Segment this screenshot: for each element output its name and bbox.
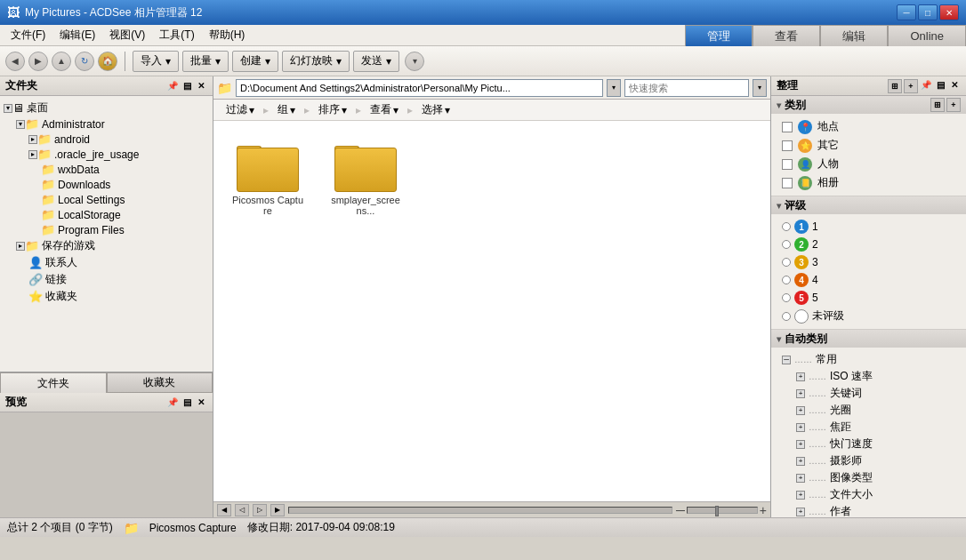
batch-button[interactable]: 批量 ▾ — [182, 51, 229, 72]
focal-expand[interactable]: + — [796, 423, 805, 432]
category-checkbox-location[interactable] — [782, 122, 793, 132]
section-rating-header[interactable]: ▾ 评级 — [771, 196, 966, 214]
preview-float-button[interactable]: ▤ — [181, 396, 193, 409]
panel-close-button[interactable]: ✕ — [195, 80, 207, 92]
rating-item-2[interactable]: 2 2 — [778, 236, 959, 253]
select-button[interactable]: 选择 ▾ — [416, 101, 455, 118]
tree-item-localstorage[interactable]: 📁 LocalStorage — [0, 207, 213, 222]
filesize-expand[interactable]: + — [796, 491, 805, 500]
expand-downloads[interactable] — [28, 179, 41, 191]
zoom-slider-thumb[interactable] — [715, 506, 719, 516]
menu-tools[interactable]: 工具(T) — [152, 26, 201, 44]
tree-item-saved-games[interactable]: ▸ 📁 保存的游戏 — [0, 237, 213, 254]
menu-file[interactable]: 文件(F) — [4, 26, 52, 44]
menu-view[interactable]: 视图(V) — [102, 26, 152, 44]
category-item-people[interactable]: 👤 人物 — [778, 155, 959, 173]
expand-administrator[interactable]: ▾ — [16, 120, 25, 129]
rating-item-1[interactable]: 1 1 — [778, 218, 959, 236]
rp-add-button[interactable]: + — [904, 79, 918, 93]
expand-links[interactable] — [16, 274, 28, 286]
tree-item-links[interactable]: 🔗 链接 — [0, 271, 213, 288]
expand-favorites[interactable] — [16, 291, 28, 303]
group-button[interactable]: 组 ▾ — [272, 101, 301, 118]
section-auto-category-header[interactable]: ▾ 自动类别 — [771, 330, 966, 348]
folder-item-1[interactable]: smplayer_screens... — [326, 135, 406, 220]
common-expand[interactable]: ─ — [782, 356, 791, 364]
nav-extra-button[interactable]: ▾ — [405, 52, 424, 71]
create-button[interactable]: 创建 ▾ — [232, 51, 278, 72]
sort-button[interactable]: 排序 ▾ — [313, 101, 352, 118]
scroll-track[interactable] — [288, 507, 672, 514]
mode-tab-view[interactable]: 查看 — [753, 25, 820, 46]
expand-android[interactable]: ▸ — [28, 135, 37, 144]
photographer-expand[interactable]: + — [796, 457, 805, 466]
search-button[interactable]: ▾ — [753, 79, 767, 97]
rating-radio-1[interactable] — [782, 222, 791, 231]
tree-item-program-files[interactable]: 📁 Program Files — [0, 222, 213, 237]
rp-float-button[interactable]: ▤ — [934, 79, 946, 92]
rating-item-5[interactable]: 5 5 — [778, 289, 959, 307]
tree-item-android[interactable]: ▸ 📁 android — [0, 132, 213, 147]
tab-favorites[interactable]: 收藏夹 — [107, 372, 213, 393]
rating-radio-5[interactable] — [782, 293, 791, 302]
rating-item-unrated[interactable]: 未评级 — [778, 307, 959, 325]
preview-pin-button[interactable]: 📌 — [166, 396, 179, 409]
expand-wxbdata[interactable] — [28, 164, 41, 176]
rating-item-3[interactable]: 3 3 — [778, 253, 959, 271]
iso-expand[interactable]: + — [796, 372, 805, 381]
tree-item-favorites[interactable]: ⭐ 收藏夹 — [0, 288, 213, 305]
category-grid-button[interactable]: ⊞ — [930, 98, 945, 112]
nav-home-button[interactable]: 🏠 — [98, 52, 117, 71]
zoom-out-button[interactable]: ─ — [676, 503, 685, 517]
expand-oracle[interactable]: ▸ — [28, 150, 37, 159]
expand-desktop[interactable]: ▾ — [4, 104, 12, 113]
address-input[interactable] — [236, 79, 603, 97]
tree-item-administrator[interactable]: ▾ 📁 Administrator — [0, 116, 213, 132]
mode-tab-manage[interactable]: 管理 — [685, 25, 753, 46]
filter-button[interactable]: 过滤 ▾ — [221, 101, 260, 118]
scroll-left-btn[interactable]: ◀ — [217, 504, 231, 516]
tree-item-desktop[interactable]: ▾ 🖥 桌面 — [0, 100, 213, 116]
view-button[interactable]: 查看 ▾ — [365, 101, 404, 118]
panel-pin-button[interactable]: 📌 — [166, 80, 179, 92]
minimize-button[interactable]: ─ — [897, 4, 916, 20]
menu-edit[interactable]: 编辑(E) — [52, 26, 102, 44]
nav-back-button[interactable]: ◀ — [5, 52, 25, 71]
nav-forward-button[interactable]: ▶ — [28, 52, 48, 71]
scroll-right2-btn[interactable]: ▷ — [253, 504, 267, 516]
expand-program-files[interactable] — [28, 224, 41, 236]
folder-item-0[interactable]: Picosmos Capture — [228, 135, 308, 220]
category-item-album[interactable]: 📒 相册 — [778, 173, 959, 192]
close-button[interactable]: ✕ — [939, 4, 959, 20]
zoom-in-button[interactable]: + — [760, 503, 767, 517]
expand-localstorage[interactable] — [28, 209, 41, 221]
search-input[interactable] — [624, 79, 749, 97]
keyword-expand[interactable]: + — [796, 389, 805, 398]
rating-radio-2[interactable] — [782, 240, 791, 249]
maximize-button[interactable]: □ — [918, 4, 938, 20]
tree-item-oracle[interactable]: ▸ 📁 .oracle_jre_usage — [0, 147, 213, 162]
zoom-slider-track[interactable] — [687, 507, 758, 514]
rating-radio-unrated[interactable] — [782, 312, 791, 321]
mode-tab-online[interactable]: Online — [888, 25, 966, 46]
menu-help[interactable]: 帮助(H) — [202, 26, 253, 44]
address-dropdown-button[interactable]: ▾ — [607, 79, 621, 97]
author-expand[interactable]: + — [796, 508, 805, 516]
mode-tab-edit[interactable]: 编辑 — [820, 25, 888, 46]
rp-close-button[interactable]: ✕ — [948, 79, 961, 92]
send-button[interactable]: 发送 ▾ — [353, 51, 399, 72]
import-button[interactable]: 导入 ▾ — [133, 51, 179, 72]
nav-up-button[interactable]: ▲ — [52, 52, 71, 71]
tab-files[interactable]: 文件夹 — [0, 372, 107, 393]
category-add-button[interactable]: + — [946, 98, 961, 112]
slideshow-button[interactable]: 幻灯放映 ▾ — [282, 51, 350, 72]
category-checkbox-people[interactable] — [782, 159, 793, 170]
nav-refresh-button[interactable]: ↻ — [75, 52, 94, 71]
shutter-expand[interactable]: + — [796, 440, 805, 449]
rp-grid-button[interactable]: ⊞ — [888, 79, 902, 93]
tree-item-downloads[interactable]: 📁 Downloads — [0, 177, 213, 192]
expand-contacts[interactable] — [16, 257, 28, 269]
category-checkbox-album[interactable] — [782, 178, 793, 188]
rating-radio-3[interactable] — [782, 258, 791, 267]
category-checkbox-other[interactable] — [782, 140, 793, 151]
